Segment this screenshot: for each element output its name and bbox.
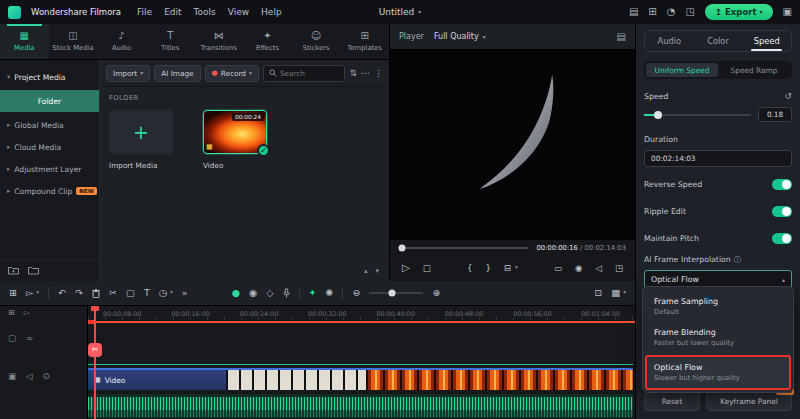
option-optical-flow[interactable]: Optical Flow Slower but higher quality [645, 355, 791, 390]
sort-icon[interactable]: ⇅ [349, 68, 357, 78]
mark-out-icon[interactable]: } [485, 264, 490, 273]
play-button[interactable]: ▷ [402, 263, 410, 273]
menu-view[interactable]: View [228, 7, 249, 17]
tab-stock-media[interactable]: ◫ Stock Media [49, 24, 98, 59]
tab-media[interactable]: ▦ Media [0, 24, 49, 59]
redo-icon[interactable]: ↷ [75, 288, 83, 298]
project-menu-icon[interactable]: ▾ [418, 9, 421, 15]
import-media-tile[interactable]: + Import Media [109, 110, 173, 170]
sidebar-item-adjustment-layer[interactable]: ▸ Adjustment Layer [0, 158, 99, 180]
chevron-down-icon[interactable]: ▾ [623, 290, 626, 296]
workspace-layout-icon[interactable]: ▤ [629, 7, 638, 17]
voiceover-mic-icon[interactable] [283, 288, 290, 298]
playhead[interactable]: ✂ [94, 306, 96, 419]
more-tools-icon[interactable]: » [182, 288, 188, 298]
time-ruler[interactable]: 00:00:08:00 00:00:16:00 00:00:24:00 00:0… [88, 306, 635, 320]
notifications-icon[interactable]: ◔ [667, 7, 676, 17]
undo-icon[interactable]: ↶ [58, 288, 66, 298]
sidebar-item-cloud-media[interactable]: ▸ Cloud Media [0, 136, 99, 158]
ai-image-button[interactable]: AI Image [154, 65, 200, 82]
snapshot-icon[interactable]: ◉ [575, 264, 582, 273]
chevron-down-icon[interactable]: ▾ [36, 290, 39, 296]
maintain-pitch-toggle[interactable] [772, 233, 792, 244]
chevron-down-icon[interactable]: ▾ [7, 74, 10, 81]
seek-bar[interactable] [399, 247, 529, 249]
tab-templates[interactable]: ⊞ Templates [340, 24, 389, 59]
volume-icon[interactable]: ◁ [595, 264, 602, 273]
import-media-thumb[interactable]: + [109, 110, 173, 154]
menu-tools[interactable]: Tools [194, 7, 216, 17]
menu-file[interactable]: File [137, 7, 152, 17]
split-scissors-icon[interactable]: ✂ [109, 288, 117, 298]
preview-viewport[interactable] [390, 50, 635, 240]
video-clip[interactable]: ▦ Video [88, 368, 633, 390]
mask-icon[interactable]: ◇ [266, 288, 273, 298]
snap-icon[interactable]: ▻ [24, 309, 30, 317]
chevron-right-icon[interactable]: ▸ [7, 166, 10, 173]
video-clip-tile[interactable]: 00:00:24 ▦ ✓ Video [203, 110, 267, 170]
record-button[interactable]: ● Record ▾ [205, 65, 259, 82]
focus-mode-icon[interactable]: ◳ [685, 7, 694, 17]
uniform-speed-segment[interactable]: Uniform Speed [646, 63, 718, 77]
tab-stickers[interactable]: ☺ Stickers [292, 24, 341, 59]
folder-icon[interactable] [28, 266, 39, 275]
panel-layout-icon[interactable]: ▣ [783, 7, 792, 17]
track-lock-icon[interactable]: ▣ [8, 372, 16, 381]
smart-cut-icon[interactable]: ● [232, 288, 240, 298]
ai-audio-icon[interactable]: ✦ [309, 288, 317, 298]
video-thumbnail[interactable]: 00:00:24 ▦ ✓ [203, 110, 267, 154]
fit-timeline-icon[interactable]: ⊡ [594, 288, 602, 298]
import-button[interactable]: Import ▾ [106, 65, 150, 82]
speed-slider[interactable] [644, 114, 751, 116]
quality-dropdown[interactable]: Full Quality ▾ [434, 32, 486, 41]
screen-ratio-icon[interactable]: ▭ [554, 264, 562, 273]
chevron-down-icon[interactable]: ▾ [515, 265, 518, 271]
project-title-group[interactable]: Untitled ▾ [379, 7, 422, 17]
collapse-down-icon[interactable]: ▾ [375, 268, 379, 275]
sidebar-item-compound-clip[interactable]: ▸ Compound Clip NEW [0, 180, 99, 202]
seek-knob[interactable] [398, 244, 405, 251]
tab-audio[interactable]: ♪ Audio [97, 24, 146, 59]
chevron-right-icon[interactable]: ▸ [7, 122, 10, 129]
zoom-in-icon[interactable]: ⊕ [432, 288, 440, 298]
sidebar-item-global-media[interactable]: ▸ Global Media [0, 114, 99, 136]
delete-icon[interactable] [92, 289, 100, 298]
view-options-icon[interactable]: ⋮ [374, 68, 383, 78]
text-tool-icon[interactable]: T [144, 288, 150, 298]
more-options-icon[interactable]: ⋯ [361, 68, 370, 78]
manage-tracks-icon[interactable]: ⊞ [8, 309, 15, 317]
crop-icon[interactable]: ▢ [126, 288, 135, 298]
media-manager-icon[interactable]: ⊞ [9, 288, 17, 298]
keyframe-panel-button[interactable]: Keyframe Panel NEW [706, 391, 792, 411]
new-folder-icon[interactable] [8, 266, 19, 275]
search-input[interactable] [280, 69, 340, 78]
chevron-down-icon[interactable]: ▾ [170, 290, 173, 296]
tab-transitions[interactable]: ⋈ Transitions [195, 24, 244, 59]
track-mute-icon[interactable]: ◁ [26, 372, 33, 381]
split-preview-icon[interactable]: ⊟ [504, 264, 511, 273]
denoise-icon[interactable]: ✺ [326, 288, 334, 298]
fullscreen-icon[interactable]: ◳ [615, 264, 623, 273]
reset-button[interactable]: Reset [644, 391, 700, 411]
search-box[interactable] [263, 65, 346, 82]
audio-clip[interactable] [88, 394, 633, 418]
speed-ramp-segment[interactable]: Speed Ramp [718, 63, 790, 77]
sidebar-item-project-media[interactable]: ▾ Project Media [0, 66, 99, 88]
zoom-knob[interactable] [389, 290, 396, 297]
tab-color-props[interactable]: Color [694, 31, 743, 51]
ripple-edit-toggle[interactable] [772, 206, 792, 217]
stop-button[interactable]: □ [423, 264, 431, 273]
mark-in-icon[interactable]: { [467, 264, 472, 273]
option-frame-blending[interactable]: Frame Blending Faster but lower quality [647, 322, 789, 353]
chevron-right-icon[interactable]: ▸ [7, 188, 10, 195]
speed-value-field[interactable]: 0.18 [758, 107, 792, 122]
option-frame-sampling[interactable]: Frame Sampling Default [647, 291, 789, 322]
link-clips-icon[interactable]: ∞ [26, 334, 33, 343]
tab-speed-props[interactable]: Speed [742, 31, 791, 51]
speed-tool-icon[interactable]: ◷ [159, 288, 167, 298]
zoom-out-icon[interactable]: ⊖ [352, 288, 360, 298]
pointer-tool-icon[interactable]: ▻ [26, 288, 33, 298]
tab-effects[interactable]: ✦ Effects [243, 24, 292, 59]
tab-audio-props[interactable]: Audio [645, 31, 694, 51]
chevron-right-icon[interactable]: ▸ [7, 144, 10, 151]
